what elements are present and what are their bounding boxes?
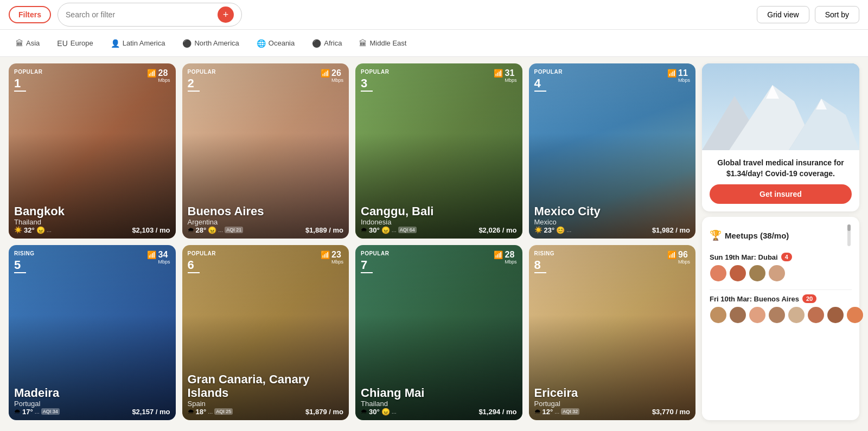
face-icon: 😠 [208,226,216,234]
avatar-img [730,307,746,323]
wifi-icon: 📶 [321,250,330,259]
wifi-speed: 26 [331,69,343,78]
wifi-icon: 📶 [147,69,156,78]
region-icon-latin-america: 👤 [111,39,120,48]
card-temp: 12° [542,408,553,416]
mbps-label: Mbps [505,78,516,83]
sort-by-label: Sort by [825,10,849,19]
card-badge: RISING [14,250,34,256]
card-cost: $2,157 / mo [132,408,170,416]
face-icon: 😠 [381,226,390,234]
card-bottom: Gran Canaria, Canary Islands Spain 🌧 18°… [182,369,349,420]
region-tab-asia[interactable]: 🏛Asia [9,36,47,51]
wifi-icon: 📶 [667,250,676,259]
aqi-badge: AQI 34 [41,408,60,415]
card-bottom: Bangkok Thailand ☀️ 32° 😠 ... $2,103 / m… [9,201,176,239]
region-label-asia: Asia [26,39,40,47]
region-icon-asia: 🏛 [16,39,23,48]
weather-icon: 🌧 [361,226,367,234]
grid-view-button[interactable]: Grid view [757,6,809,23]
region-tab-europe[interactable]: EUEurope [50,36,100,51]
country-name: Indonesia [361,218,517,226]
card-rank: 8 [534,259,541,271]
card-stats-row: 🌧 17° ... AQI 34 $2,157 / mo [14,408,170,416]
wifi-icon: 📶 [321,69,330,78]
card-temp: 30° [369,226,380,234]
meetups-list: Sun 19th Mar: Dubai 4 Fri 10th Mar: Buen… [710,253,852,324]
country-name: Argentina [188,218,344,226]
aqi-badge: AQI 25 [214,408,233,415]
card-badge: RISING [534,250,554,256]
destination-card-3[interactable]: POPULAR 3 📶 31 Mbps Canggu, Bali Indones… [355,63,522,239]
avatar-img [749,265,765,281]
get-insured-button[interactable]: Get insured [710,184,852,204]
wifi-speed: 28 [158,69,170,78]
destination-card-8[interactable]: RISING 8 📶 96 Mbps Ericeira Portugal 🌧 1… [529,245,696,420]
wifi-speed: 23 [331,250,343,259]
avatar [788,306,805,324]
weather-icon: 🌧 [534,408,541,415]
wifi-speed: 31 [505,69,516,78]
card-temp: 32° [24,226,35,234]
card-bottom: Mexico City Mexico ☀️ 23° 😊 ... $1,982 /… [529,201,696,239]
region-label-oceania: Oceania [269,39,295,47]
region-tab-africa[interactable]: ⚫Africa [305,36,349,51]
destination-card-7[interactable]: POPULAR 7 📶 28 Mbps Chiang Mai Thailand … [355,245,522,420]
destination-card-4[interactable]: POPULAR 4 📶 11 Mbps Mexico City Mexico ☀… [529,63,696,239]
avatar-img [769,265,785,281]
meetup-date: Sun 19th Mar: Dubai 4 [710,253,852,261]
face-icon: 😠 [36,226,45,234]
card-cost: $1,879 / mo [305,408,343,416]
aqi-badge: AQI 21 [225,227,243,233]
face-icon: 😠 [381,408,390,416]
meetup-item-0: Sun 19th Mar: Dubai 4 [710,253,852,282]
destination-card-6[interactable]: POPULAR 6 📶 23 Mbps Gran Canaria, Canary… [182,245,349,420]
region-tabs: 🏛AsiaEUEurope👤Latin America⚫North Americ… [0,30,868,57]
rank-underline [534,91,546,92]
country-name: Portugal [534,400,691,408]
card-badge: POPULAR [361,250,389,256]
wifi-info: 📶 96 Mbps [667,250,690,265]
wifi-info: 📶 34 Mbps [147,250,170,265]
destination-card-1[interactable]: POPULAR 1 📶 28 Mbps Bangkok Thailand ☀️ … [9,63,176,239]
region-tab-oceania[interactable]: 🌐Oceania [250,36,302,51]
region-label-africa: Africa [324,39,342,47]
region-tab-middle-east[interactable]: 🏛Middle East [352,36,413,51]
wifi-info: 📶 23 Mbps [321,250,343,265]
dots-separator: ... [392,408,397,415]
filters-button[interactable]: Filters [9,6,51,23]
destination-card-2[interactable]: POPULAR 2 📶 26 Mbps Buenos Aires Argenti… [182,63,349,239]
country-name: Thailand [361,400,517,408]
mbps-label: Mbps [331,259,343,265]
wifi-info: 📶 31 Mbps [494,69,516,83]
city-name: Buenos Aires [188,205,344,218]
insurance-body: Global travel medical insurance for $1.3… [702,150,859,211]
card-cost: $1,294 / mo [478,408,516,416]
destination-card-5[interactable]: RISING 5 📶 34 Mbps Madeira Portugal 🌧 17… [9,245,176,420]
add-filter-button[interactable]: + [218,7,234,23]
wifi-speed: 28 [505,250,516,259]
region-tab-latin-america[interactable]: 👤Latin America [104,36,173,51]
insurance-text: Global travel medical insurance for $1.3… [710,158,852,179]
card-badge: POPULAR [188,250,216,256]
card-temp: 17° [22,408,33,416]
mbps-label: Mbps [505,259,516,265]
card-bottom: Ericeira Portugal 🌧 12° ... AQI 32 $3,77… [529,382,696,420]
search-input[interactable] [66,10,213,19]
avatar [710,306,727,324]
region-icon-north-america: ⚫ [182,39,192,48]
sidebar: Global travel medical insurance for $1.3… [702,63,859,420]
wifi-speed: 34 [158,250,170,259]
card-rank: 6 [188,259,194,271]
wifi-info: 📶 26 Mbps [321,69,343,83]
region-tab-north-america[interactable]: ⚫North America [175,36,246,51]
get-insured-label: Get insured [760,190,802,198]
header-right: Grid view Sort by [757,6,859,23]
card-cost: $1,982 / mo [652,226,690,234]
rank-underline [361,272,373,273]
mbps-label: Mbps [678,259,690,265]
dots-separator: ... [35,408,40,415]
card-stats-row: 🌧 12° ... AQI 32 $3,770 / mo [534,408,691,416]
sort-by-button[interactable]: Sort by [815,6,859,23]
avatar-row [710,265,852,282]
